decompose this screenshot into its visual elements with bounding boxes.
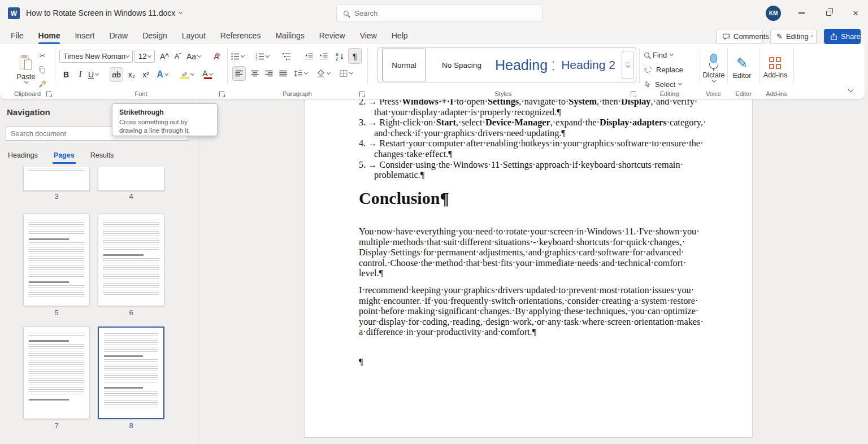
font-name-select[interactable]: Times New Roman bbox=[59, 50, 133, 63]
nav-tab-headings[interactable]: Headings bbox=[8, 151, 38, 164]
menu-tab-draw[interactable]: Draw bbox=[102, 27, 135, 44]
menu-tab-home[interactable]: Home bbox=[31, 27, 68, 44]
page-thumbnail-6[interactable] bbox=[98, 214, 164, 306]
style-no-spacing[interactable]: No Spacing bbox=[436, 49, 487, 81]
subscript-button[interactable]: x₂ bbox=[125, 68, 138, 81]
styles-more-button[interactable] bbox=[622, 51, 634, 79]
add-ins-button[interactable]: Add-ins bbox=[761, 47, 790, 88]
comments-label: Comments bbox=[734, 32, 769, 41]
line-spacing-button[interactable] bbox=[294, 67, 307, 80]
group-divider bbox=[793, 49, 794, 84]
replace-label: Replace bbox=[656, 66, 683, 74]
search-box[interactable] bbox=[336, 5, 542, 22]
highlighter-icon bbox=[180, 69, 189, 80]
numbering-button[interactable]: 123 bbox=[255, 50, 269, 63]
menu-tab-insert[interactable]: Insert bbox=[67, 27, 102, 44]
font-color-button[interactable]: A bbox=[201, 68, 214, 81]
find-button[interactable]: Find bbox=[644, 49, 673, 61]
collapse-ribbon-chevron[interactable] bbox=[848, 87, 854, 93]
restore-button[interactable] bbox=[819, 5, 837, 21]
word-logo-icon[interactable]: W bbox=[8, 7, 20, 19]
select-button[interactable]: Select bbox=[644, 78, 682, 90]
tab-mark: → bbox=[367, 159, 379, 170]
increase-indent-button[interactable] bbox=[318, 50, 330, 63]
numbering-icon: 123 bbox=[255, 52, 264, 61]
align-center-button[interactable] bbox=[249, 67, 261, 80]
avatar[interactable]: KM bbox=[766, 6, 781, 21]
share-button[interactable]: Share bbox=[824, 29, 861, 44]
page-thumbnail-3[interactable] bbox=[23, 167, 90, 191]
menu-tab-design[interactable]: Design bbox=[135, 27, 175, 44]
menu-tab-mailings[interactable]: Mailings bbox=[268, 27, 311, 44]
format-painter-button[interactable] bbox=[36, 78, 49, 89]
bold-button[interactable]: B bbox=[60, 68, 72, 81]
svg-text:3: 3 bbox=[256, 58, 258, 61]
title-bar: W How to Rotate Screen in Windows 11.doc… bbox=[0, 0, 868, 27]
menu-tab-references[interactable]: References bbox=[213, 27, 268, 44]
list-item: 4.→Restart·​your·​computer·​after·​enabl… bbox=[359, 138, 708, 159]
editor-button[interactable]: ✎ Editor bbox=[729, 47, 755, 88]
menu-tab-file[interactable]: File bbox=[3, 27, 31, 44]
highlight-button[interactable] bbox=[180, 68, 194, 81]
clipboard-dialog-launcher[interactable] bbox=[46, 92, 51, 97]
multilevel-list-button[interactable] bbox=[280, 50, 293, 63]
editing-mode-button[interactable]: ✎ Editing bbox=[770, 29, 817, 44]
document-page[interactable]: 2.→Press·​Windows·​+·​I·​to·​open·​Setti… bbox=[304, 95, 753, 438]
chevron-down-icon bbox=[241, 54, 245, 58]
search-input[interactable] bbox=[354, 9, 513, 18]
copy-icon bbox=[38, 66, 46, 74]
align-right-button[interactable] bbox=[263, 67, 275, 80]
thumbnail-heading bbox=[104, 387, 143, 389]
thumbnail-content bbox=[29, 220, 84, 236]
italic-button[interactable]: I bbox=[74, 68, 86, 81]
document-title[interactable]: How to Rotate Screen in Windows 11.docx bbox=[26, 8, 182, 18]
underline-button[interactable]: U bbox=[87, 68, 99, 81]
bullets-button[interactable] bbox=[231, 50, 244, 63]
menu-tab-view[interactable]: View bbox=[353, 27, 384, 44]
shrink-font-button[interactable]: Aˇ bbox=[172, 50, 184, 63]
close-button[interactable]: × bbox=[847, 5, 865, 21]
sort-button[interactable]: AZ bbox=[333, 50, 346, 63]
paragraph-dialog-launcher[interactable] bbox=[359, 92, 364, 97]
tab-mark: → bbox=[367, 117, 379, 128]
replace-button[interactable]: bc Replace bbox=[644, 63, 683, 76]
styles-dialog-launcher[interactable] bbox=[631, 92, 636, 97]
style-normal[interactable]: Normal bbox=[382, 49, 426, 81]
font-color-glyph: A bbox=[202, 69, 207, 80]
comments-button[interactable]: Comments bbox=[716, 29, 763, 44]
menu-tab-review[interactable]: Review bbox=[312, 27, 353, 44]
style-heading1[interactable]: Heading 1 bbox=[495, 49, 554, 81]
minimize-button[interactable] bbox=[792, 5, 810, 21]
change-case-button[interactable]: Aa bbox=[186, 50, 201, 63]
page-thumbnail-7[interactable] bbox=[23, 327, 90, 419]
page-thumbnail-8[interactable] bbox=[98, 327, 164, 419]
font-size-select[interactable]: 12 bbox=[134, 50, 155, 63]
multilevel-list-icon bbox=[282, 52, 291, 61]
strikethrough-button[interactable]: ab bbox=[110, 68, 123, 81]
align-center-icon bbox=[250, 69, 259, 78]
superscript-button[interactable]: x² bbox=[140, 68, 152, 81]
cut-button[interactable]: ✂ bbox=[36, 50, 49, 61]
menu-tab-help[interactable]: Help bbox=[384, 27, 415, 44]
thumbnail-content bbox=[103, 258, 159, 295]
page-thumbnail-5[interactable] bbox=[23, 214, 90, 306]
text-effects-button[interactable]: A bbox=[156, 68, 168, 81]
show-formatting-marks-button[interactable]: ¶ bbox=[349, 49, 361, 63]
decrease-indent-button[interactable] bbox=[303, 50, 315, 63]
font-dialog-launcher[interactable] bbox=[219, 92, 224, 97]
align-left-button[interactable] bbox=[233, 67, 245, 80]
borders-button[interactable] bbox=[339, 67, 353, 80]
nav-tab-pages[interactable]: Pages bbox=[54, 151, 75, 164]
nav-tab-results[interactable]: Results bbox=[90, 151, 114, 164]
list-number: 3. bbox=[359, 117, 367, 128]
dictate-button[interactable]: Dictate bbox=[701, 47, 727, 88]
grow-font-button[interactable]: A^ bbox=[158, 50, 171, 63]
page-thumbnail-4[interactable] bbox=[98, 167, 164, 191]
justify-button[interactable] bbox=[277, 67, 289, 80]
copy-button[interactable] bbox=[36, 64, 49, 75]
shading-button[interactable] bbox=[316, 67, 330, 80]
menu-tab-layout[interactable]: Layout bbox=[175, 27, 213, 44]
svg-text:A: A bbox=[336, 53, 338, 56]
style-heading2[interactable]: Heading 2 bbox=[562, 49, 615, 81]
clear-formatting-button[interactable]: A bbox=[210, 50, 223, 63]
